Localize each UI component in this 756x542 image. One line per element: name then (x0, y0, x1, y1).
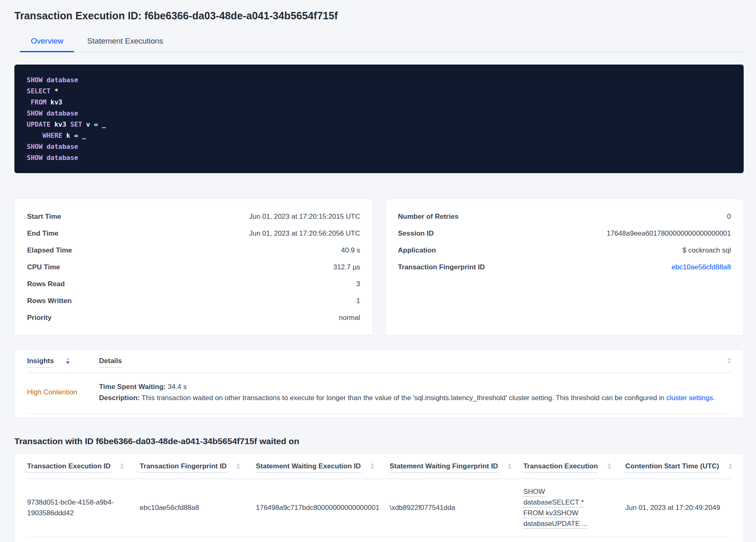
sort-icon[interactable] (508, 463, 511, 469)
sort-up-arrow-icon (371, 463, 374, 466)
summary-value: $ cockroach sql (682, 246, 731, 255)
sql-keyword: FROM (31, 98, 51, 106)
sql-keyword: SHOW (27, 109, 46, 117)
summary-value: 40.9 s (341, 246, 360, 255)
statement-waiting-fingerprint-id-cell: \xdb8922f077541dda (390, 503, 523, 513)
summary-cards-row: Start TimeJun 01, 2023 at 17:20:15:2015 … (14, 199, 744, 336)
sort-down-arrow-icon (66, 361, 69, 364)
waited-on-heading: Transaction with ID f6be6366-da03-48de-a… (14, 436, 744, 446)
summary-value: normal (339, 313, 360, 322)
waiting-label: Time Spent Waiting: (99, 383, 166, 391)
sql-text: * (54, 87, 58, 95)
summary-label: Application (398, 246, 436, 255)
sort-icon[interactable] (608, 463, 611, 469)
sort-down-arrow-icon (371, 467, 374, 469)
tab-statement-executions[interactable]: Statement Executions (76, 32, 174, 52)
sql-text: k = _ (66, 132, 86, 139)
sql-line: SELECT * (27, 86, 731, 97)
sort-icon[interactable] (728, 358, 731, 364)
summary-label: CPU Time (27, 263, 60, 271)
sort-up-arrow-icon (508, 463, 511, 466)
summary-label: Rows Written (27, 296, 71, 305)
table-row: 9738d051-bc0e-4158-a9b4-1903586ddd42ebc1… (25, 479, 733, 537)
transaction-details-page: Transaction Execution ID: f6be6366-da03-… (0, 0, 756, 542)
summary-row: Prioritynormal (27, 309, 360, 326)
sql-statements-box: SHOW databaseSELECT * FROM kv3SHOW datab… (14, 65, 744, 173)
summary-row: CPU Time312.7 µs (27, 259, 360, 276)
time-spent-waiting: Time Spent Waiting: 34.4 s (99, 381, 731, 392)
sort-down-arrow-icon (508, 467, 511, 469)
sort-down-arrow-icon (120, 467, 124, 469)
sort-icon[interactable] (371, 463, 374, 469)
sort-up-arrow-icon (729, 463, 732, 466)
summary-card-right: Number of Retries0Session ID17648a9eea60… (385, 199, 744, 336)
contention-start-time-cell: Jun 01, 2023 at 17:20:49:2049 (625, 503, 731, 513)
summary-value: 1 (356, 296, 360, 305)
summary-row: Transaction Fingerprint IDebc10ae56cfd88… (398, 259, 731, 276)
column-header-label: Transaction Fingerprint ID (140, 462, 227, 473)
transaction-execution-link[interactable]: SHOW databaseSELECT * FROM kv3SHOW datab… (523, 486, 602, 529)
summary-value: Jun 01, 2023 at 17:20:15:2015 UTC (249, 212, 360, 221)
tab-overview[interactable]: Overview (20, 32, 74, 52)
summary-value: 312.7 µs (333, 263, 360, 271)
insight-row: High Contention Time Spent Waiting: 34.4… (25, 373, 733, 413)
summary-value: 3 (356, 280, 360, 288)
transaction-fingerprint-link[interactable]: ebc10ae56cfd88a8 (671, 263, 731, 271)
statement-waiting-execution-id-cell: 176498a9c717bdc80000000000000001 (256, 503, 390, 513)
column-header[interactable]: Transaction Fingerprint ID (140, 462, 256, 473)
details-column-header[interactable]: Details (99, 357, 122, 368)
insight-description: Description: This transaction waited on … (99, 392, 731, 403)
cluster-settings-link[interactable]: cluster settings (666, 394, 713, 402)
sql-line: FROM kv3 (27, 97, 731, 108)
insights-table-header: Insights Details (25, 350, 733, 373)
page-title: Transaction Execution ID: f6be6366-da03-… (14, 10, 744, 22)
insights-column-header[interactable]: Insights (27, 357, 54, 368)
column-header-label: Statement Waiting Execution ID (256, 462, 361, 473)
sort-down-arrow-icon (237, 467, 240, 469)
sort-icon[interactable] (237, 463, 240, 469)
column-header[interactable]: Transaction Execution (523, 462, 625, 473)
sort-down-arrow-icon (728, 361, 731, 364)
sql-code: SHOW databaseSELECT * FROM kv3SHOW datab… (27, 74, 731, 163)
column-header[interactable]: Statement Waiting Execution ID (256, 462, 390, 473)
sql-keyword: SET (70, 120, 86, 128)
summary-row: Number of Retries0 (398, 208, 731, 225)
column-header[interactable]: Transaction Execution ID (27, 462, 140, 473)
sql-text: kv3 (54, 120, 70, 128)
summary-value: 17648a9eea6017800000000000000001 (606, 229, 731, 238)
summary-row: Rows Read3 (27, 276, 360, 292)
sort-up-arrow-icon (237, 463, 240, 466)
row-divider (27, 537, 731, 537)
sql-keyword: SHOW (27, 76, 46, 84)
sort-icon[interactable] (120, 463, 124, 469)
summary-label: Elapsed Time (27, 246, 72, 255)
waited-on-table: Transaction Execution IDTransaction Fing… (14, 454, 744, 542)
row-divider (27, 413, 731, 414)
insight-details: Time Spent Waiting: 34.4 s Description: … (99, 381, 731, 403)
sql-line: WHERE k = _ (27, 130, 731, 141)
transaction-execution-id-cell: 9738d051-bc0e-4158-a9b4-1903586ddd42 (27, 497, 140, 519)
column-header[interactable]: Contention Start Time (UTC) (625, 462, 731, 473)
sql-keyword: UPDATE (27, 120, 54, 128)
sql-text: v = _ (86, 120, 106, 128)
sql-line: UPDATE kv3 SET v = _ (27, 119, 731, 130)
summary-label: Session ID (398, 229, 434, 238)
sql-keyword: database (46, 109, 78, 117)
sql-keyword: SHOW (27, 143, 46, 151)
description-text: This transaction waited on other transac… (142, 394, 666, 402)
summary-value: Jun 01, 2023 at 17:20:56:2056 UTC (249, 229, 360, 238)
transaction-execution-cell: SHOW databaseSELECT * FROM kv3SHOW datab… (523, 486, 625, 529)
column-header-label: Transaction Execution ID (27, 462, 111, 473)
sort-icon[interactable] (729, 463, 732, 469)
description-label: Description: (99, 394, 140, 402)
summary-label: Rows Read (27, 280, 65, 288)
sort-up-arrow-icon (120, 463, 124, 466)
sql-keyword: SHOW (27, 154, 46, 162)
description-period: . (713, 394, 715, 402)
column-header-label: Contention Start Time (UTC) (625, 462, 719, 473)
sort-down-arrow-icon (729, 467, 732, 469)
column-header[interactable]: Statement Waiting Fingerprint ID (390, 462, 523, 473)
sql-keyword: database (46, 143, 78, 151)
sort-icon[interactable] (66, 358, 69, 364)
transaction-fingerprint-id-cell: ebc10ae56cfd88a8 (140, 503, 256, 513)
